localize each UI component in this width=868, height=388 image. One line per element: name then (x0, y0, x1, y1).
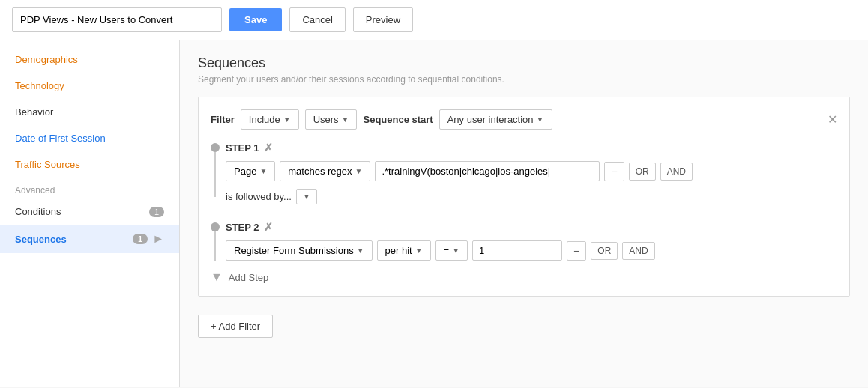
step1-or-button[interactable]: OR (629, 163, 656, 181)
step1-minus-button[interactable]: − (604, 162, 624, 181)
step2-line (214, 231, 216, 261)
users-label: Users (313, 114, 339, 125)
any-user-chevron-icon: ▼ (537, 115, 544, 124)
content-area: Sequences Segment your users and/or thei… (180, 40, 868, 387)
add-step-label: Add Step (229, 272, 269, 283)
per-hit-dropdown[interactable]: per hit ▼ (377, 240, 431, 261)
any-user-dropdown[interactable]: Any user interaction ▼ (439, 109, 552, 130)
any-user-label: Any user interaction (447, 114, 534, 125)
followed-by-dropdown[interactable]: ▼ (296, 189, 317, 204)
step2-content: STEP 2 ✗ Register Form Submissions ▼ per… (226, 221, 837, 261)
sidebar-item-sequences[interactable]: Sequences 1 ► (0, 225, 179, 253)
include-dropdown[interactable]: Include ▼ (241, 109, 299, 130)
step2-or-button[interactable]: OR (591, 242, 618, 260)
sidebar-item-conditions[interactable]: Conditions 1 (0, 198, 179, 225)
sequences-label: Sequences (15, 234, 67, 245)
step1-header: STEP 1 ✗ (226, 142, 837, 154)
matches-chevron-icon: ▼ (355, 167, 363, 175)
filter-close-icon[interactable]: ✕ (828, 112, 837, 127)
filter-label: Filter (211, 114, 235, 125)
step2-condition-row: Register Form Submissions ▼ per hit ▼ = … (226, 240, 837, 261)
segment-title-input[interactable] (12, 7, 222, 32)
equals-dropdown[interactable]: = ▼ (435, 240, 468, 261)
page-dropdown[interactable]: Page ▼ (226, 161, 275, 181)
section-title: Sequences (198, 55, 850, 71)
add-filter-button[interactable]: + Add Filter (198, 315, 273, 338)
sidebar-item-behavior[interactable]: Behavior (0, 99, 179, 125)
step2-header: STEP 2 ✗ (226, 221, 837, 233)
sidebar-item-date-first-session[interactable]: Date of First Session (0, 125, 179, 151)
include-chevron-icon: ▼ (283, 115, 291, 124)
step2-container: STEP 2 ✗ Register Form Submissions ▼ per… (211, 221, 837, 261)
matches-label: matches regex (288, 166, 352, 177)
filter-row: Filter Include ▼ Users ▼ Sequence start … (211, 109, 837, 130)
per-hit-chevron-icon: ▼ (415, 246, 423, 255)
sidebar: Demographics Technology Behavior Date of… (0, 40, 180, 387)
add-step-row[interactable]: ▼ Add Step (211, 270, 837, 284)
step1-content: STEP 1 ✗ Page ▼ matches regex ▼ (226, 142, 837, 212)
sidebar-item-demographics[interactable]: Demographics (0, 46, 179, 73)
step2-remove-icon[interactable]: ✗ (264, 221, 273, 233)
page-chevron-icon: ▼ (259, 167, 267, 175)
step1-label: STEP 1 (226, 142, 259, 154)
step1-remove-icon[interactable]: ✗ (264, 142, 273, 154)
add-step-triangle-icon: ▼ (211, 270, 223, 284)
include-label: Include (249, 114, 280, 125)
advanced-section-label: Advanced (0, 178, 179, 198)
followed-by-row: is followed by... ▼ (226, 189, 837, 204)
main-layout: Demographics Technology Behavior Date of… (0, 40, 868, 387)
register-chevron-icon: ▼ (357, 246, 364, 255)
step2-dot (211, 222, 220, 231)
step1-container: STEP 1 ✗ Page ▼ matches regex ▼ (211, 142, 837, 212)
sequences-box: Filter Include ▼ Users ▼ Sequence start … (198, 97, 850, 297)
register-form-dropdown[interactable]: Register Form Submissions ▼ (226, 240, 373, 261)
step2-minus-button[interactable]: − (567, 241, 586, 261)
users-dropdown[interactable]: Users ▼ (305, 109, 358, 130)
equals-chevron-icon: ▼ (452, 246, 459, 255)
top-bar: Save Cancel Preview (0, 0, 868, 40)
register-label: Register Form Submissions (234, 245, 354, 256)
followed-chevron-icon: ▼ (303, 193, 310, 201)
section-desc: Segment your users and/or their sessions… (198, 74, 850, 85)
matches-regex-dropdown[interactable]: matches regex ▼ (280, 161, 370, 181)
step2-and-button[interactable]: AND (622, 242, 654, 260)
preview-button[interactable]: Preview (353, 7, 413, 32)
sidebar-item-traffic-sources[interactable]: Traffic Sources (0, 151, 179, 178)
regex-input[interactable] (375, 161, 600, 181)
step2-label: STEP 2 (226, 222, 259, 233)
step1-dot (211, 143, 220, 152)
save-button[interactable]: Save (229, 8, 282, 31)
per-hit-label: per hit (385, 245, 412, 256)
sidebar-item-technology[interactable]: Technology (0, 73, 179, 99)
conditions-label: Conditions (15, 206, 61, 217)
users-chevron-icon: ▼ (342, 115, 349, 124)
sequence-start-label: Sequence start (363, 114, 433, 125)
value-input[interactable] (472, 240, 562, 261)
equals-label: = (444, 245, 450, 256)
sequences-arrow-icon: ► (152, 232, 164, 246)
step1-line (214, 152, 216, 197)
sequences-badge: 1 (133, 234, 148, 244)
followed-by-label: is followed by... (226, 191, 292, 202)
step1-condition-row: Page ▼ matches regex ▼ − OR AND (226, 161, 837, 181)
cancel-button[interactable]: Cancel (289, 7, 345, 32)
conditions-badge: 1 (149, 207, 164, 217)
step1-and-button[interactable]: AND (660, 163, 693, 181)
page-label: Page (234, 166, 256, 177)
